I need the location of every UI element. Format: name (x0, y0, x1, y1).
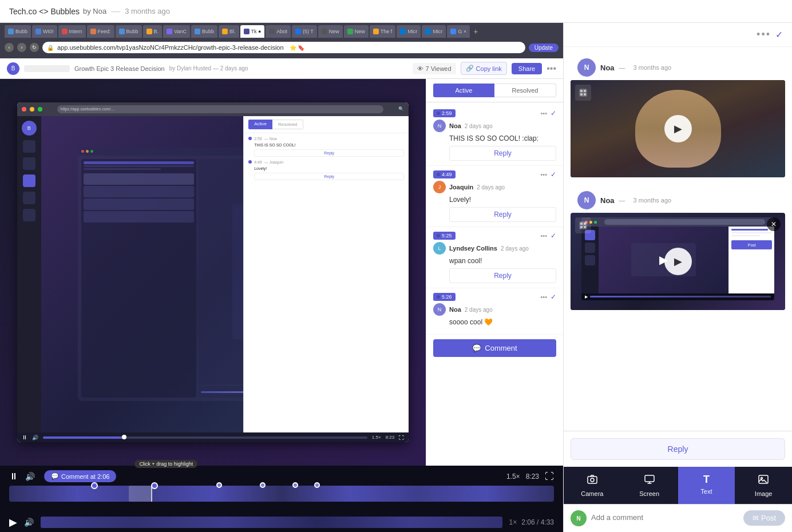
noa-panel-more-btn[interactable]: ••• (757, 29, 771, 41)
noa-toolbar: Camera Screen T Text Image (564, 467, 792, 504)
reply-btn-1[interactable]: Reply (449, 207, 556, 222)
comment-more-btn[interactable]: ••• (540, 293, 547, 300)
comment-avatar: N (433, 120, 446, 132)
comment-author: Noa (449, 122, 461, 129)
update-btn[interactable]: Update (529, 43, 559, 52)
share-btn[interactable]: Share (512, 63, 542, 74)
author-label: by Noa (83, 7, 106, 15)
active-tab-btn[interactable]: Active (433, 84, 494, 97)
noa-comment-author-1: N Noa — 3 months ago (571, 54, 785, 80)
comment-cta-btn[interactable]: 💬 Comment (433, 339, 556, 357)
browser-tab[interactable]: Bubb (5, 25, 31, 38)
inner-volume-btn[interactable]: 🔊 (32, 435, 38, 440)
browser-tab[interactable]: G × (447, 25, 470, 38)
reply-btn-0[interactable]: Reply (449, 146, 556, 161)
inner-fullscreen-btn[interactable]: ⛶ (399, 435, 404, 440)
browser-tab[interactable]: Bubb (116, 25, 142, 38)
browser-tab[interactable]: New (344, 25, 369, 38)
image-icon (758, 474, 769, 488)
camera-tool-btn[interactable]: Camera (564, 467, 621, 504)
waveform[interactable] (9, 486, 554, 502)
browser-tab[interactable]: (5) T (292, 25, 317, 38)
comment-at-btn[interactable]: 💬 Comment at 2:06 (44, 470, 116, 482)
noa-post-btn[interactable]: ✉ Post (743, 510, 785, 526)
browser-tab[interactable]: VanC (163, 25, 190, 38)
svg-rect-4 (645, 475, 654, 482)
inner-reply-btn[interactable]: Reply (254, 149, 404, 157)
noa-input-avatar: N (571, 510, 587, 526)
inner-sidebar-icon (23, 140, 35, 153)
noa-play-btn-1[interactable]: ▶ (664, 115, 692, 142)
noa-avatar-2: N (577, 191, 596, 209)
timestamp-badge: 2:59 (433, 109, 456, 117)
bottom-waveform[interactable] (41, 517, 502, 528)
inner-sidebar-icon (23, 157, 35, 170)
duration-display: 8:23 (526, 473, 539, 481)
comment-text: THIS IS SO SO COOL! :clap: (449, 134, 556, 142)
comment-item: 4:49 ••• ✓ J Joaquin 2 days ago (426, 166, 563, 227)
browser-tab[interactable]: Bl. (219, 25, 239, 38)
noa-video-thumb-2[interactable]: ▶ (571, 213, 785, 310)
waveform-marker[interactable] (260, 482, 266, 488)
svg-point-6 (761, 478, 763, 479)
browser-tab[interactable]: WI0! (32, 25, 57, 38)
browser-tab[interactable]: Micr (422, 25, 446, 38)
more-btn[interactable]: ••• (547, 63, 556, 74)
noa-video-thumb-2-container: ▶ (571, 213, 785, 310)
comment-more-btn[interactable]: ••• (540, 232, 547, 239)
svg-point-3 (591, 478, 594, 482)
browser-forward-btn[interactable]: › (17, 43, 26, 52)
waveform-marker[interactable] (292, 482, 298, 488)
noa-play-btn-2[interactable]: ▶ (664, 248, 692, 275)
comment-icon: 💬 (472, 344, 481, 352)
comment-check-icon: ✓ (551, 170, 556, 178)
waveform-marker[interactable] (151, 482, 158, 489)
browser-tab[interactable]: Feed: (87, 25, 114, 38)
camera-icon (587, 474, 598, 488)
inner-reply-btn-2[interactable]: Reply (254, 173, 404, 180)
copy-link-btn[interactable]: 🔗Copy link (461, 62, 507, 75)
browser-back-btn[interactable]: ‹ (5, 43, 14, 52)
comment-more-btn[interactable]: ••• (540, 110, 547, 117)
waveform-marker[interactable] (91, 482, 98, 489)
comment-text: wpan cool! (449, 257, 556, 265)
bottom-play-btn[interactable]: ▶ (9, 516, 17, 529)
browser-tab[interactable]: B. (143, 25, 163, 38)
noa-close-btn[interactable]: ✕ (767, 217, 781, 231)
viewed-btn[interactable]: 👁7 Viewed (413, 63, 456, 74)
browser-tab[interactable]: Micr (397, 25, 421, 38)
comment-more-btn[interactable]: ••• (540, 171, 547, 178)
image-tool-btn[interactable]: Image (735, 467, 792, 504)
speed-display: 1.5× (506, 473, 520, 481)
browser-tab[interactable]: New (318, 25, 343, 38)
text-tool-btn[interactable]: T Text (678, 467, 735, 504)
waveform-marker[interactable] (216, 482, 222, 488)
browser-tab[interactable]: Bubb (191, 25, 217, 38)
inner-app-title: Growth Epic 3 Release Decision (74, 65, 165, 72)
address-bar[interactable]: 🔒 app.usebubbles.com/tvp1yasNzoNCr4Pmkzz… (42, 42, 525, 53)
noa-panel-check-btn[interactable]: ✓ (775, 29, 783, 40)
inner-search-icon[interactable]: 🔍 (398, 106, 404, 112)
noa-comment-input[interactable] (591, 510, 739, 524)
reply-btn-2[interactable]: Reply (449, 268, 556, 283)
noa-video-thumb-1[interactable]: ▶ (571, 80, 785, 177)
inner-play-btn[interactable]: ⏸ (22, 434, 27, 440)
browser-refresh-btn[interactable]: ↻ (30, 43, 39, 52)
fullscreen-btn[interactable]: ⛶ (545, 471, 554, 482)
browser-tab[interactable]: Abot (266, 25, 291, 38)
comment-time: 2 days ago (501, 245, 529, 252)
browser-tab[interactable]: Intern (58, 25, 86, 38)
resolved-tab-btn[interactable]: Resolved (494, 84, 556, 97)
browser-tab[interactable]: The f (370, 25, 396, 38)
svg-rect-2 (588, 477, 597, 483)
play-pause-btn[interactable]: ⏸ (9, 471, 18, 482)
comment-text: soooo cool 🧡 (449, 318, 556, 326)
screen-tool-btn[interactable]: Screen (621, 467, 678, 504)
noa-avatar-1: N (577, 58, 596, 77)
volume-btn[interactable]: 🔊 (25, 472, 35, 481)
noa-reply-btn[interactable]: Reply (571, 438, 785, 460)
noa-comment-block-2: N Noa — 3 months ago (571, 186, 785, 310)
bottom-volume-btn[interactable]: 🔊 (24, 518, 34, 527)
browser-tab-active[interactable]: Tk ● (240, 25, 265, 38)
new-tab-btn[interactable]: + (471, 25, 480, 38)
